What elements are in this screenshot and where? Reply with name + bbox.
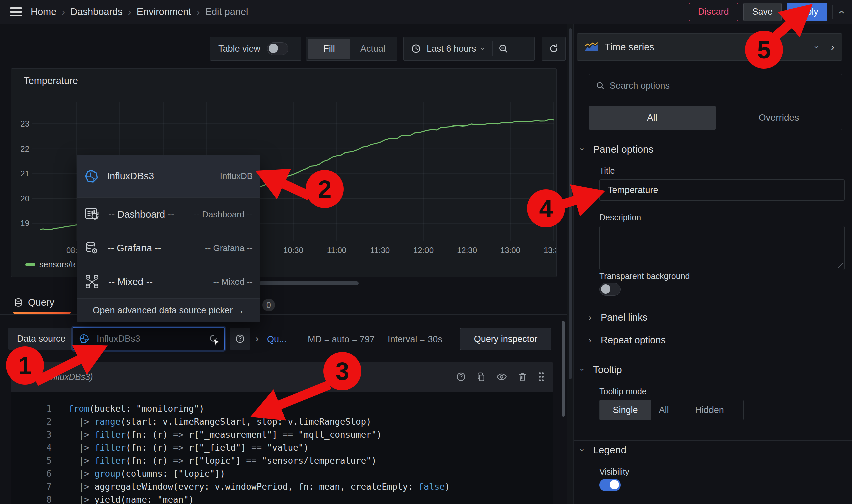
code-line[interactable]: 2 |> range(start: v.timeRangeStart, stop… [11,415,552,428]
query-row-header[interactable]: › A (InfluxDBs3) [11,362,552,392]
panel-options-section-header[interactable]: › Panel options [581,144,654,155]
resize-handle[interactable] [838,263,843,268]
series-label: sensors/temperature [39,260,75,269]
panel-title-input[interactable]: Temperature [599,179,845,201]
fill-option[interactable]: Fill [308,39,350,59]
x-tick-label: 12:00 [409,246,438,255]
tab-overrides[interactable]: Overrides [715,106,842,129]
code-line[interactable]: 6 |> group(columns: ["topic"]) [11,467,552,480]
datasource-menu-item[interactable]: InfluxDBs3InfluxDB [77,155,260,198]
x-tick-label: 13:00 [495,246,525,255]
panel-description-textarea[interactable] [599,226,845,270]
active-tab-underline [13,312,71,314]
tab-query[interactable]: Query [13,297,54,308]
open-advanced-picker-link[interactable]: Open advanced data source picker → [77,299,260,322]
code-line[interactable]: 3 |> filter(fn: (r) => r["_measurement"]… [11,428,552,441]
datasource-help-button[interactable] [230,328,250,350]
code-line[interactable]: 4 |> filter(fn: (r) => r["_field"] == "v… [11,441,552,454]
toggle-visibility-icon[interactable] [496,372,507,382]
repeat-options-label: Repeat options [601,335,666,346]
interval-readout: Interval = 30s [388,335,442,345]
table-view-toggle[interactable] [267,42,288,55]
chevron-right-icon: › [589,337,591,344]
code-line[interactable]: 5 |> filter(fn: (r) => r["topic"] == "se… [11,454,552,467]
visualization-picker[interactable]: Time series › › [577,33,842,61]
query-options-link[interactable]: Qu... [267,335,287,345]
x-tick-label: 13:30 [539,246,557,255]
datasource-menu-item[interactable]: -- Dashboard ---- Dashboard -- [77,198,260,231]
chevron-down-icon: › [578,449,586,451]
section-divider [574,360,852,360]
code-line[interactable]: 8 |> yield(name: "mean") [11,493,552,504]
breadcrumb-item[interactable]: Edit panel [205,6,248,17]
time-range-control[interactable]: Last 6 hours › [403,37,534,61]
dashboard-datasource-icon [85,207,100,221]
chevron-up-icon[interactable]: › [834,10,846,14]
query-pane-scrollbar[interactable] [562,321,565,417]
search-options-input[interactable]: Search options [589,74,842,97]
tooltip-mode-single[interactable]: Single [600,400,651,420]
grafana-datasource-icon [85,241,99,255]
x-tick-label: 12:30 [452,246,482,255]
options-pane-scrollbar[interactable] [569,29,572,379]
tooltip-section-header[interactable]: › Tooltip [581,364,622,376]
tooltip-mode-hidden[interactable]: Hidden [677,400,742,420]
datasource-menu-item[interactable]: -- Grafana ---- Grafana -- [77,231,260,265]
drag-handle-icon[interactable] [537,372,545,382]
chevron-right-icon[interactable]: › [831,42,834,52]
line-number: 3 [11,428,52,441]
collapse-chevron-icon[interactable]: › [15,375,25,378]
breadcrumb-item[interactable]: Environment [137,6,191,17]
tab-query-label: Query [28,297,54,308]
panel-links-section[interactable]: › Panel links [589,312,648,323]
query-help-icon[interactable] [456,372,466,382]
repeat-options-section[interactable]: › Repeat options [589,335,666,346]
transparent-background-toggle[interactable] [599,283,621,296]
y-tick-label: 23 [13,119,29,128]
code-line[interactable]: 7 |> aggregateWindow(every: v.windowPeri… [11,480,552,493]
panel-options-pane: Time series › › Search options All Overr… [573,24,852,504]
tooltip-mode-label: Tooltip mode [599,386,647,396]
zoom-out-icon[interactable] [498,43,509,54]
datasource-type: -- Dashboard -- [194,209,253,220]
line-number: 6 [11,467,52,480]
code-text: |> group(columns: ["topic"]) [68,467,225,480]
hamburger-menu-icon[interactable] [10,5,22,18]
legend-section-header[interactable]: › Legend [581,444,627,455]
query-options-chevron-icon[interactable]: › [255,334,259,344]
fill-actual-segmented: Fill Actual [306,37,397,61]
tab-all[interactable]: All [589,106,715,129]
top-nav: Home›Dashboards›Environment›Edit panel D… [0,0,852,24]
horizontal-scrollbar[interactable] [259,281,359,285]
y-tick-label: 19 [13,219,29,228]
breadcrumb-item[interactable]: Dashboards [70,6,123,17]
breadcrumb-item[interactable]: Home [31,6,56,17]
divider [832,5,833,19]
divider [824,39,825,55]
time-range-label: Last 6 hours [427,44,476,54]
discard-button[interactable]: Discard [689,3,738,21]
datasource-menu-item[interactable]: -- Mixed ---- Mixed -- [77,265,260,299]
x-tick-label: 10:30 [278,246,308,255]
datasource-picker-input[interactable]: InfluxDBs3 [73,327,224,350]
line-number: 8 [11,493,52,504]
breadcrumb[interactable]: Home›Dashboards›Environment›Edit panel [31,6,248,18]
legend-visibility-toggle[interactable] [599,479,621,491]
duplicate-query-icon[interactable] [476,372,486,382]
delete-query-icon[interactable] [517,372,527,382]
breadcrumb-separator: › [128,6,131,18]
refresh-button[interactable] [542,37,566,61]
tooltip-mode-all[interactable]: All [651,400,677,420]
query-inspector-button[interactable]: Query inspector [460,328,551,350]
line-number: 4 [11,441,52,454]
x-tick-label: 11:30 [365,246,395,255]
options-filter-tabs: All Overrides [589,106,842,130]
visualization-name: Time series [605,42,654,53]
refresh-icon [548,43,559,54]
apply-button[interactable]: Apply [787,3,827,21]
actual-option[interactable]: Actual [350,39,396,59]
save-button[interactable]: Save [743,3,782,21]
influxdb-icon [85,169,98,183]
legend-item[interactable]: sensors/temperature [25,260,75,269]
chevron-down-icon: › [578,368,586,371]
